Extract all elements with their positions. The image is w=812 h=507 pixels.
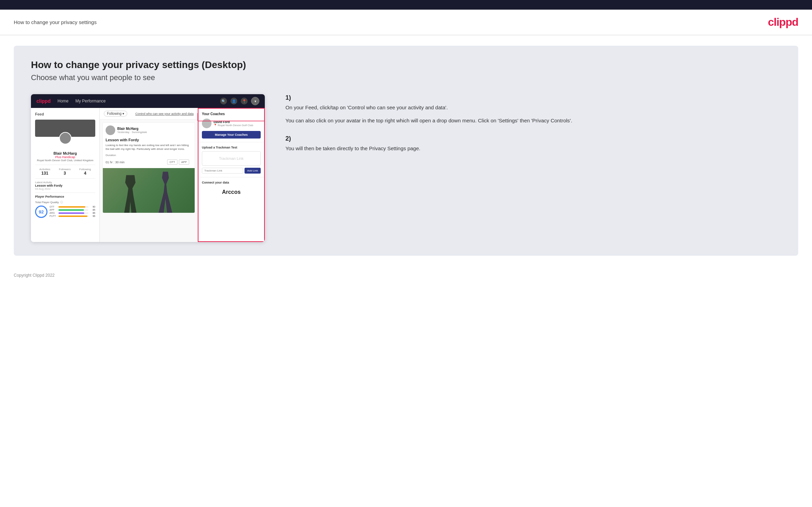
page-subheading: Choose what you want people to see: [31, 73, 781, 82]
bar-app-val: 85: [90, 209, 95, 211]
bar-putt-track: [58, 216, 88, 217]
profile-label: Plus Handicap: [35, 155, 95, 159]
la-label: Latest Activity: [35, 181, 95, 184]
step1-subtext: You can also click on your avatar in the…: [285, 117, 774, 125]
stat-activities-value: 131: [40, 171, 51, 176]
header: How to change your privacy settings clip…: [0, 10, 812, 35]
quality-display: 92 OTT 90 APP: [35, 206, 95, 218]
bar-app: APP 85: [50, 209, 95, 211]
stat-following: Following 4: [79, 168, 91, 176]
post-body: Looking to feel like my hands are exitin…: [103, 143, 195, 152]
connect-section: Connect your data Arccos: [198, 177, 264, 201]
connect-title: Connect your data: [202, 181, 261, 184]
instructions-panel: 1) On your Feed, click/tap on 'Control w…: [279, 94, 781, 163]
search-icon[interactable]: 🔍: [220, 98, 227, 104]
footer: Copyright Clippd 2022: [0, 266, 812, 285]
duration-value: 01 hr : 30 min: [106, 161, 124, 164]
bar-arg-fill: [58, 212, 84, 214]
instruction-step-2: 2) You will then be taken directly to th…: [285, 135, 774, 153]
manage-coaches-button[interactable]: Manage Your Coaches: [202, 131, 261, 139]
quality-circle: 92: [35, 206, 47, 218]
pp-quality: Total Player Quality ⓘ: [35, 200, 95, 204]
step1-text: On your Feed, click/tap on 'Control who …: [285, 103, 774, 112]
app-navbar: clippd Home My Performance 🔍 👤 📍 ▾: [31, 94, 265, 108]
page-heading: How to change your privacy settings (Des…: [31, 59, 781, 70]
player-performance: Player Performance Total Player Quality …: [35, 193, 95, 220]
clippd-logo: clippd: [768, 16, 798, 29]
step2-text: You will then be taken directly to the P…: [285, 144, 774, 153]
step1-number: 1): [285, 94, 774, 101]
bar-app-fill: [58, 209, 84, 211]
info-icon: ⓘ: [60, 200, 63, 204]
post-title: Lesson with Fordy: [103, 138, 195, 143]
feed-tab: Feed: [35, 112, 95, 116]
coach-item: David Ford 📍 Royal North Devon Golf Club: [202, 119, 261, 128]
post-author-info: Blair McHarg Yesterday · Sunningdale: [117, 127, 147, 134]
location-icon[interactable]: 📍: [241, 98, 248, 104]
bar-ott-fill: [58, 206, 85, 208]
post-image: [103, 168, 195, 213]
trackman-input[interactable]: [202, 168, 243, 174]
nav-item-home[interactable]: Home: [57, 99, 68, 103]
golfer-silhouette-2: [157, 172, 174, 213]
sidebar-profile-avatar: [59, 132, 72, 144]
footer-copyright: Copyright Clippd 2022: [14, 273, 55, 278]
tag-ott: OTT: [167, 159, 177, 165]
bar-ott: OTT 90: [50, 206, 95, 208]
bar-arg-track: [58, 212, 88, 214]
profile-name: Blair McHarg: [35, 151, 95, 155]
app-sidebar: Feed Blair McHarg Plus Handicap Royal No…: [31, 108, 100, 242]
post-author-avatar: [106, 125, 115, 135]
step2-number: 2): [285, 135, 774, 142]
bar-putt-label: PUTT: [50, 215, 57, 217]
app-screenshot: clippd Home My Performance 🔍 👤 📍 ▾ Feed: [31, 94, 265, 242]
following-label: Following: [107, 112, 121, 115]
profile-info: Blair McHarg Plus Handicap Royal North D…: [35, 151, 95, 165]
person-icon[interactable]: 👤: [230, 98, 237, 104]
bar-app-track: [58, 209, 88, 211]
post-card: Blair McHarg Yesterday · Sunningdale Les…: [102, 122, 195, 213]
user-avatar[interactable]: ▾: [251, 97, 259, 105]
latest-activity: Latest Activity Lesson with Fordy 03 Aug…: [35, 179, 95, 193]
stat-followers: Followers 3: [59, 168, 71, 176]
arccos-logo: Arccos: [202, 186, 261, 198]
app-feed: Following ▾ Control who can see your act…: [100, 108, 198, 242]
quality-bars: OTT 90 APP: [50, 206, 95, 218]
trackman-placeholder: Trackman Link: [202, 151, 261, 166]
main-content: How to change your privacy settings (Des…: [14, 46, 798, 256]
bar-arg-val: 86: [90, 212, 95, 214]
coach-club: 📍 Royal North Devon Golf Club: [214, 124, 261, 127]
nav-item-performance[interactable]: My Performance: [75, 99, 106, 103]
feed-header: Following ▾ Control who can see your act…: [100, 108, 198, 120]
tag-app: APP: [179, 159, 189, 165]
post-tags: OTT APP: [164, 158, 192, 166]
header-title: How to change your privacy settings: [14, 19, 97, 25]
top-bar: [0, 0, 812, 10]
bar-app-label: APP: [50, 209, 57, 211]
post-meta: Yesterday · Sunningdale: [117, 131, 147, 134]
location-pin-icon: 📍: [214, 124, 217, 127]
add-link-button[interactable]: Add Link: [245, 168, 261, 174]
stat-followers-value: 3: [59, 171, 71, 176]
bar-putt: PUTT 96: [50, 215, 95, 217]
coach-info: David Ford 📍 Royal North Devon Golf Club: [214, 120, 261, 127]
bar-arg: ARG 86: [50, 212, 95, 214]
quality-label: Total Player Quality: [35, 201, 59, 204]
app-right-panel: Your Coaches David Ford 📍 Royal North De…: [198, 108, 265, 242]
screenshot-wrapper: clippd Home My Performance 🔍 👤 📍 ▾ Feed: [31, 94, 781, 242]
trackman-section: Upload a Trackman Test Trackman Link Add…: [198, 142, 264, 177]
instruction-step-1: 1) On your Feed, click/tap on 'Control w…: [285, 94, 774, 125]
control-privacy-link[interactable]: Control who can see your activity and da…: [135, 112, 194, 115]
app-nav-icons: 🔍 👤 📍 ▾: [220, 97, 259, 105]
coaches-section: Your Coaches David Ford 📍 Royal North De…: [198, 109, 264, 142]
la-value: Lesson with Fordy: [35, 184, 95, 187]
stat-following-label: Following: [79, 168, 91, 171]
stats-row: Activities 131 Followers 3 Following 4: [35, 165, 95, 179]
post-author-name: Blair McHarg: [117, 127, 147, 131]
post-header: Blair McHarg Yesterday · Sunningdale: [103, 123, 195, 138]
following-dropdown[interactable]: Following ▾: [104, 111, 127, 117]
stat-followers-label: Followers: [59, 168, 71, 171]
golfer-silhouette-1: [120, 175, 141, 213]
bar-ott-label: OTT: [50, 206, 57, 208]
app-logo-icon: clippd: [36, 98, 51, 104]
